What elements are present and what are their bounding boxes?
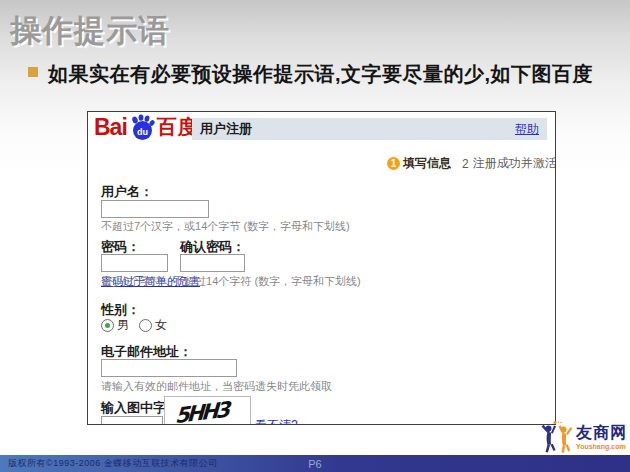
baidu-paw-icon: du [129, 114, 156, 141]
gender-male-label: 男 [117, 317, 129, 334]
captcha-image: 5HH3 [164, 396, 251, 425]
bullet-square-icon [28, 67, 38, 77]
radio-male-icon[interactable] [101, 319, 114, 332]
password-input[interactable] [101, 254, 168, 272]
baidu-logo-bai: Bai [94, 114, 127, 141]
radio-female-icon[interactable] [139, 319, 152, 332]
step2-number: 2 [462, 157, 469, 171]
form-title-bar: 用户注册 帮助 [192, 118, 547, 140]
youshang-domain: Youshang.com [576, 443, 627, 450]
svg-text:du: du [137, 127, 148, 137]
step1-label: 填写信息 [403, 155, 451, 172]
step1-badge: 1 [387, 157, 400, 170]
footer-bar: 版权所有©1993-2006 金蝶移动互联技术有限公司 P6 [0, 455, 630, 472]
email-hint: 请输入有效的邮件地址，当密码遗失时凭此领取 [101, 379, 332, 394]
gender-female-option[interactable]: 女 [139, 317, 167, 334]
captcha-refresh-link[interactable]: 看不清? [255, 417, 298, 425]
youshang-figures-icon [538, 420, 574, 454]
bullet-item: 如果实在有必要预设操作提示语,文字要尽量的少,如下图百度 [28, 61, 618, 88]
page-number: P6 [0, 458, 630, 470]
username-input[interactable] [101, 200, 209, 218]
password-hint: 最少6个字符，不超过14个字符 (数字，字母和下划线)密码过于简单的危害 [101, 274, 200, 289]
username-hint: 不超过7个汉字，或14个字节 (数字，字母和下划线) [101, 219, 350, 234]
gender-male-option[interactable]: 男 [101, 317, 129, 334]
password-hint-text: 最少6个字符，不超过14个字符 (数字，字母和下划线) [101, 274, 361, 289]
captcha-input[interactable] [101, 416, 163, 425]
help-link[interactable]: 帮助 [515, 121, 539, 138]
captcha-text: 5HH3 [175, 398, 228, 425]
step2-label: 注册成功并激活空间 [473, 155, 556, 172]
baidu-logo: Bai du 百度 [94, 114, 199, 141]
confirm-password-input[interactable] [180, 254, 245, 272]
email-input[interactable] [101, 359, 237, 377]
form-title: 用户注册 [200, 120, 252, 138]
step-indicator: 1 填写信息 2 注册成功并激活空间 [387, 155, 556, 172]
bullet-text: 如果实在有必要预设操作提示语,文字要尽量的少,如下图百度 [48, 61, 593, 88]
gender-female-label: 女 [155, 317, 167, 334]
youshang-logo: 友商网 Youshang.com [538, 420, 627, 454]
gender-radio-group: 男 女 [101, 317, 177, 334]
page-title: 操作提示语 [10, 10, 170, 52]
username-label: 用户名： [101, 183, 153, 201]
baidu-register-screenshot: Bai du 百度 用户注册 帮助 1 填写信息 2 注册成功并激活空间 用户名… [87, 111, 556, 425]
youshang-name: 友商网 [576, 425, 627, 441]
